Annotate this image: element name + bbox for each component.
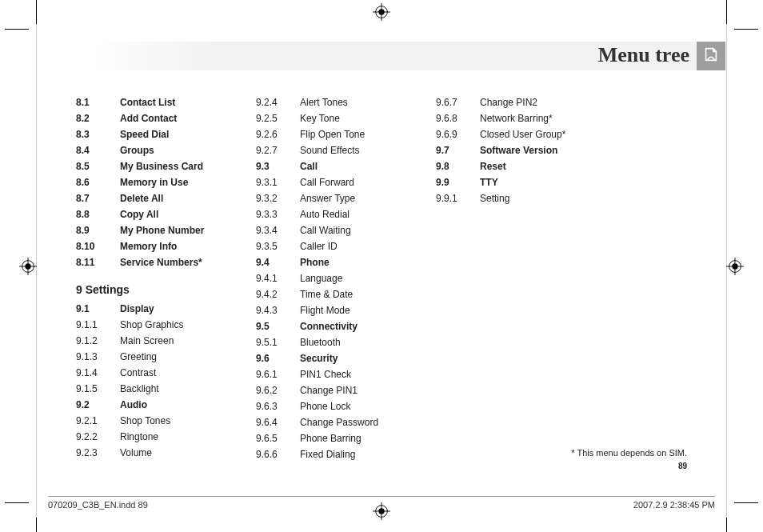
imposition-file: 070209_C3B_EN.indd 89 xyxy=(48,500,148,519)
menu-label: My Business Card xyxy=(120,158,232,174)
menu-number: 9.1.4 xyxy=(76,365,120,381)
registration-mark-icon xyxy=(373,3,390,21)
registration-mark-icon xyxy=(726,258,744,275)
menu-row: 8.2Add Contact xyxy=(76,110,232,126)
menu-label: Volume xyxy=(120,445,232,461)
menu-label: Change PIN1 xyxy=(300,382,412,398)
menu-number: 9.3.5 xyxy=(256,238,300,254)
menu-number: 9.1.3 xyxy=(76,349,120,365)
menu-row: 9.3.3Auto Redial xyxy=(256,206,412,222)
menu-number: 9.2 xyxy=(76,397,120,413)
menu-row: 9.2Audio xyxy=(76,397,232,413)
menu-number: 8.3 xyxy=(76,126,120,142)
menu-label: Main Screen xyxy=(120,333,232,349)
menu-number: 9.2.6 xyxy=(256,126,300,142)
menu-row: 9.5Connectivity xyxy=(256,318,412,334)
menu-label: Change PIN2 xyxy=(480,94,592,110)
menu-label: Groups xyxy=(120,142,232,158)
menu-row: 9.4Phone xyxy=(256,254,412,270)
menu-row: 9.6.6Fixed Dialing xyxy=(256,446,412,462)
menu-label: Phone xyxy=(300,254,412,270)
menu-number: 9.4.3 xyxy=(256,302,300,318)
menu-row: 9.3Call xyxy=(256,158,412,174)
menu-row: 9.6Security xyxy=(256,350,412,366)
menu-row: 8.8Copy All xyxy=(76,206,232,222)
menu-number: 9.7 xyxy=(436,142,480,158)
menu-label: Bluetooth xyxy=(300,334,412,350)
menu-row: 8.7Delete All xyxy=(76,190,232,206)
menu-number: 8.7 xyxy=(76,190,120,206)
menu-number: 9.6.4 xyxy=(256,414,300,430)
menu-number: 8.2 xyxy=(76,110,120,126)
imposition-date: 2007.2.9 2:38:45 PM xyxy=(633,500,715,519)
menu-number: 9.4 xyxy=(256,254,300,270)
menu-label: Memory Info xyxy=(120,238,232,254)
header-icon-box xyxy=(697,42,725,70)
menu-row: 8.11Service Numbers* xyxy=(76,254,232,270)
menu-label: Key Tone xyxy=(300,110,412,126)
menu-row: 9.3.4Call Waiting xyxy=(256,222,412,238)
menu-label: Closed User Group* xyxy=(480,126,592,142)
menu-row: 9.5.1Bluetooth xyxy=(256,334,412,350)
menu-row: 8.4Groups xyxy=(76,142,232,158)
menu-row: 9.2.4Alert Tones xyxy=(256,94,412,110)
menu-label: Memory in Use xyxy=(120,174,232,190)
menu-row: 9.6.4Change Password xyxy=(256,414,412,430)
menu-row: 9.2.7Sound Effects xyxy=(256,142,412,158)
menu-row: 8.1Contact List xyxy=(76,94,232,110)
menu-label: Call Forward xyxy=(300,174,412,190)
menu-label: Contrast xyxy=(120,365,232,381)
menu-number: 8.5 xyxy=(76,158,120,174)
menu-label: Display xyxy=(120,301,232,317)
menu-number: 9.1 xyxy=(76,301,120,317)
menu-row: 9.1.4Contrast xyxy=(76,365,232,381)
menu-row: 9.4.1Language xyxy=(256,270,412,286)
menu-number: 8.4 xyxy=(76,142,120,158)
menu-row: 9.9.1Setting xyxy=(436,190,592,206)
menu-number: 9.3.3 xyxy=(256,206,300,222)
menu-label: Audio xyxy=(120,397,232,413)
menu-row: 9.3.1Call Forward xyxy=(256,174,412,190)
menu-number: 9.3.2 xyxy=(256,190,300,206)
menu-row: 9.6.5Phone Barring xyxy=(256,430,412,446)
menu-label: Setting xyxy=(480,190,592,206)
menu-number: 9.1.1 xyxy=(76,317,120,333)
menu-label: Time & Date xyxy=(300,286,412,302)
menu-row: 8.3Speed Dial xyxy=(76,126,232,142)
menu-label: Speed Dial xyxy=(120,126,232,142)
menu-row: 9.2.1Shop Tones xyxy=(76,413,232,429)
menu-label: Shop Graphics xyxy=(120,317,232,333)
column-3: 9.6.7Change PIN29.6.8Network Barring*9.6… xyxy=(436,94,592,462)
menu-row: 9.1.1Shop Graphics xyxy=(76,317,232,333)
menu-row: 8.6Memory in Use xyxy=(76,174,232,190)
section-heading-settings: 9 Settings xyxy=(76,282,232,298)
menu-number: 9.3.4 xyxy=(256,222,300,238)
menu-row: 9.1.5Backlight xyxy=(76,381,232,397)
menu-label: Phone Lock xyxy=(300,398,412,414)
menu-label: Alert Tones xyxy=(300,94,412,110)
menu-number: 9.8 xyxy=(436,158,480,174)
menu-label: Flight Mode xyxy=(300,302,412,318)
menu-label: Delete All xyxy=(120,190,232,206)
menu-label: Answer Type xyxy=(300,190,412,206)
menu-label: Software Version xyxy=(480,142,592,158)
menu-number: 9.2.2 xyxy=(76,429,120,445)
menu-row: 9.6.9Closed User Group* xyxy=(436,126,592,142)
menu-row: 8.5My Business Card xyxy=(76,158,232,174)
menu-row: 8.9My Phone Number xyxy=(76,222,232,238)
menu-label: My Phone Number xyxy=(120,222,232,238)
menu-label: Phone Barring xyxy=(300,430,412,446)
menu-number: 9.4.1 xyxy=(256,270,300,286)
menu-row: 9.6.3Phone Lock xyxy=(256,398,412,414)
menu-row: 9.2.2Ringtone xyxy=(76,429,232,445)
menu-row: 9.2.5Key Tone xyxy=(256,110,412,126)
menu-row: 9.8Reset xyxy=(436,158,592,174)
menu-label: Call Waiting xyxy=(300,222,412,238)
page-header: Menu tree xyxy=(38,42,725,82)
menu-number: 9.3.1 xyxy=(256,174,300,190)
menu-label: Service Numbers* xyxy=(120,254,232,270)
menu-label: Security xyxy=(300,350,412,366)
menu-label: Auto Redial xyxy=(300,206,412,222)
menu-number: 9.6.2 xyxy=(256,382,300,398)
menu-label: Ringtone xyxy=(120,429,232,445)
